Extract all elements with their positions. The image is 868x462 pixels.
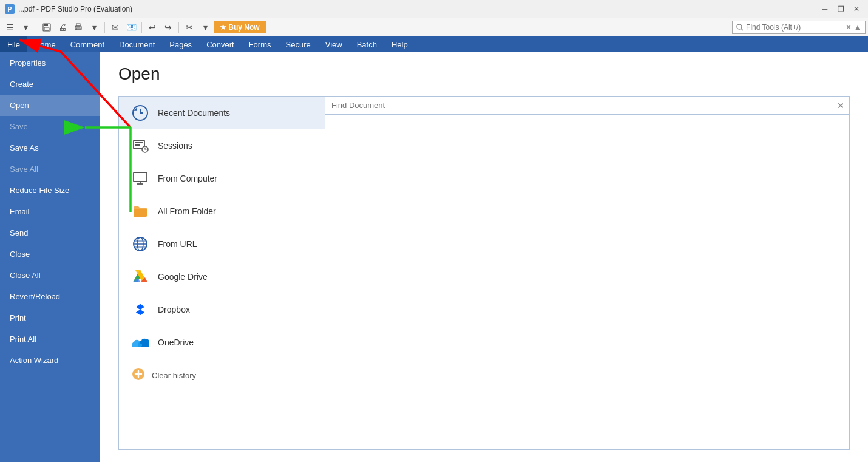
svg-rect-4 — [44, 27, 49, 30]
email-button[interactable]: 📧 — [124, 20, 138, 35]
toolbar-separator — [36, 22, 36, 33]
buy-now-button[interactable]: ★ Buy Now — [214, 21, 266, 33]
sidebar-item-revert[interactable]: Revert/Reload — [0, 286, 100, 307]
open-source-gdrive[interactable]: Google Drive — [119, 260, 325, 293]
sidebar-item-close[interactable]: Close — [0, 243, 100, 265]
toolbar-separator2 — [104, 22, 105, 33]
svg-rect-3 — [44, 24, 48, 26]
menu-convert[interactable]: Convert — [199, 36, 242, 52]
open-source-recent[interactable]: Recent Documents — [119, 97, 325, 129]
content-area: Open Recent Documents — [100, 52, 868, 462]
open-title: Open — [118, 64, 850, 84]
menu-document[interactable]: Document — [112, 36, 162, 52]
dropdown-arrow[interactable]: ▾ — [18, 20, 33, 35]
envelope-button[interactable]: ✉ — [108, 20, 123, 35]
gdrive-label: Google Drive — [158, 272, 208, 282]
folder-icon — [131, 202, 149, 220]
save-button[interactable] — [39, 20, 54, 35]
find-close-icon[interactable]: ✕ — [846, 23, 852, 32]
sidebar-item-save-as[interactable]: Save As — [0, 137, 100, 158]
find-expand-icon[interactable]: ▲ — [854, 23, 861, 32]
find-document-input[interactable] — [325, 97, 833, 114]
svg-rect-12 — [135, 142, 143, 143]
sidebar-item-properties[interactable]: Properties — [0, 52, 100, 73]
sidebar: Properties Create Open Save Save As Save… — [0, 52, 100, 462]
open-source-onedrive[interactable]: OneDrive — [119, 326, 325, 359]
find-tools-box: ✕ ▲ — [732, 21, 866, 34]
menu-help[interactable]: Help — [384, 36, 415, 52]
sidebar-item-save-all[interactable]: Save All — [0, 158, 100, 180]
window-title: ...pdf - PDF Studio Pro (Evaluation) — [18, 5, 132, 13]
svg-line-9 — [741, 29, 743, 30]
menu-file[interactable]: File — [0, 36, 27, 52]
dropdown-arrow2[interactable]: ▾ — [87, 20, 101, 35]
main-layout: Properties Create Open Save Save As Save… — [0, 52, 868, 462]
sidebar-item-email[interactable]: Email — [0, 201, 100, 222]
menu-forms[interactable]: Forms — [242, 36, 279, 52]
url-label: From URL — [158, 239, 197, 249]
cut-button[interactable]: ✂ — [182, 20, 197, 35]
sidebar-item-open[interactable]: Open — [0, 95, 100, 116]
open-sources-list: Recent Documents — [119, 97, 325, 449]
app-icon: P — [5, 4, 15, 14]
sidebar-item-reduce[interactable]: Reduce File Size — [0, 180, 100, 201]
menu-view[interactable]: View — [318, 36, 350, 52]
sidebar-item-print[interactable]: Print — [0, 307, 100, 328]
toolbar-separator3 — [141, 22, 142, 33]
sidebar-item-close-all[interactable]: Close All — [0, 265, 100, 286]
svg-text:P: P — [8, 6, 12, 13]
menu-secure[interactable]: Secure — [279, 36, 318, 52]
open-sources-footer: Clear history — [119, 359, 325, 392]
find-doc-close-icon[interactable]: ✕ — [833, 98, 848, 113]
close-button[interactable]: ✕ — [850, 2, 863, 16]
sidebar-item-send[interactable]: Send — [0, 222, 100, 243]
find-document-area: ✕ — [325, 97, 849, 449]
dropbox-label: Dropbox — [158, 305, 190, 314]
window-controls: ─ ❐ ✕ — [818, 2, 863, 16]
svg-rect-13 — [135, 144, 140, 146]
gdrive-icon — [131, 268, 149, 286]
open-panel: Open Recent Documents — [100, 52, 868, 462]
add-icon — [131, 367, 146, 384]
redo-button[interactable]: ↪ — [161, 20, 175, 35]
maximize-button[interactable]: ❐ — [834, 2, 847, 16]
clear-history-button[interactable]: Clear history — [152, 371, 196, 380]
open-body: Recent Documents — [118, 96, 850, 450]
menu-home[interactable]: Home — [27, 36, 63, 52]
open-source-computer[interactable]: From Computer — [119, 162, 325, 195]
dropdown-arrow3[interactable]: ▾ — [198, 20, 212, 35]
url-icon — [131, 235, 149, 253]
undo-button[interactable]: ↩ — [145, 20, 160, 35]
recent-label: Recent Documents — [158, 108, 230, 118]
sidebar-item-save[interactable]: Save — [0, 116, 100, 137]
sessions-label: Sessions — [158, 141, 192, 151]
title-bar: P ...pdf - PDF Studio Pro (Evaluation) ─… — [0, 0, 868, 18]
onedrive-icon — [131, 333, 149, 352]
print-button[interactable]: 🖨 — [55, 20, 70, 35]
sidebar-item-print-all[interactable]: Print All — [0, 328, 100, 350]
onedrive-label: OneDrive — [158, 338, 194, 347]
title-bar-left: P ...pdf - PDF Studio Pro (Evaluation) — [5, 4, 132, 14]
toolbar-separator4 — [178, 22, 179, 33]
menu-comment[interactable]: Comment — [63, 36, 112, 52]
find-tools-input[interactable] — [746, 23, 843, 32]
open-source-dropbox[interactable]: Dropbox — [119, 293, 325, 326]
open-source-folder[interactable]: All From Folder — [119, 195, 325, 228]
sidebar-item-action-wizard[interactable]: Action Wizard — [0, 350, 100, 371]
menu-pages[interactable]: Pages — [162, 36, 199, 52]
menu-bar: File Home Comment Document Pages Convert… — [0, 36, 868, 52]
svg-point-8 — [737, 24, 742, 29]
menu-batch[interactable]: Batch — [350, 36, 384, 52]
folder-label: All From Folder — [158, 206, 216, 216]
sidebar-item-create[interactable]: Create — [0, 73, 100, 95]
sessions-icon — [131, 137, 149, 155]
toolbar: ☰ ▾ 🖨 ▾ ✉ 📧 ↩ ↪ ✂ ▾ ★ Buy Now ✕ ▲ — [0, 18, 868, 36]
open-source-url[interactable]: From URL — [119, 228, 325, 260]
open-source-sessions[interactable]: Sessions — [119, 129, 325, 162]
dropbox-icon — [131, 301, 149, 319]
minimize-button[interactable]: ─ — [818, 2, 832, 16]
search-icon — [736, 24, 744, 31]
print2-button[interactable] — [71, 20, 86, 35]
recent-icon — [131, 104, 149, 122]
menu-button[interactable]: ☰ — [2, 20, 17, 35]
